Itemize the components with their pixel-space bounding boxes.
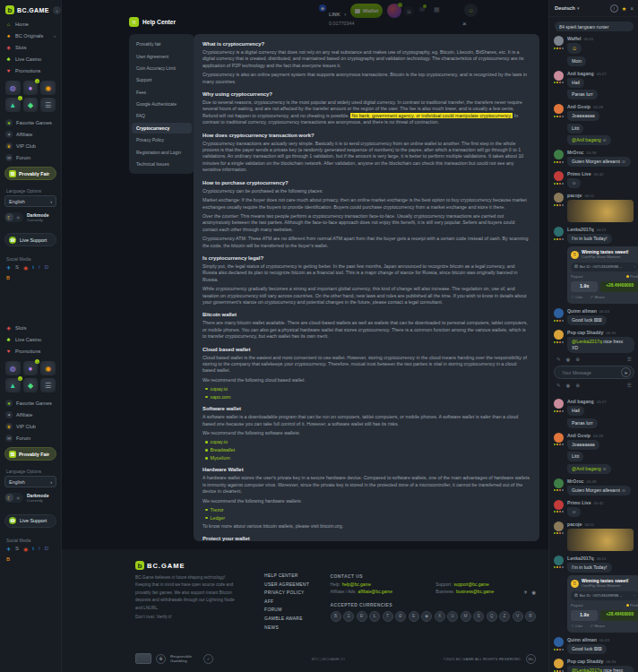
game-coin-icon[interactable]: ◉ bbox=[40, 81, 56, 95]
twitter-icon[interactable]: t bbox=[32, 546, 34, 552]
footer-link[interactable]: HELP CENTER bbox=[264, 573, 319, 578]
sidebar-nav-item[interactable]: ★ Favorite Games bbox=[0, 397, 61, 409]
avatar[interactable] bbox=[554, 637, 564, 647]
chat-username[interactable]: Pop cap Shaddy bbox=[567, 659, 603, 664]
chat-menu-icon[interactable]: ☰ bbox=[627, 383, 632, 388]
footer-link[interactable]: FORUM bbox=[264, 607, 319, 612]
sidebar-nav-item[interactable]: ♠ BC Originals › bbox=[0, 30, 61, 41]
sidebar-nav-item[interactable]: ⌂ Home bbox=[0, 18, 61, 30]
language-select[interactable]: English › bbox=[4, 476, 56, 487]
help-menu-item[interactable]: User Agreement bbox=[132, 50, 192, 61]
contact-email[interactable]: support@bc.game bbox=[453, 582, 488, 587]
social-icon[interactable]: ◉ bbox=[531, 590, 536, 595]
close-icon[interactable]: × bbox=[462, 20, 467, 28]
sidebar-nav-item[interactable]: ♥ Promotions bbox=[0, 65, 61, 76]
attach-icon[interactable]: ⊕ bbox=[575, 383, 580, 388]
language-select[interactable]: English › bbox=[4, 195, 56, 207]
article-link-item[interactable]: Mycelium bbox=[205, 455, 530, 461]
help-menu-item[interactable]: Fees bbox=[132, 87, 192, 98]
sidebar-nav-item[interactable]: ♛ VIP Club bbox=[0, 140, 61, 151]
chat-username[interactable]: Anil bagang bbox=[567, 71, 594, 76]
chat-image-attachment[interactable] bbox=[567, 200, 634, 222]
chat-username[interactable]: Waffel bbox=[567, 36, 581, 41]
contact-email[interactable]: affiliate@bc.game bbox=[358, 590, 392, 594]
sidebar-nav-item[interactable]: ◈ Slots bbox=[0, 322, 61, 333]
send-icon[interactable]: ➤ bbox=[621, 367, 631, 377]
article-link-item[interactable]: Ledger bbox=[205, 515, 530, 521]
sidebar-collapse-button[interactable]: ‹ bbox=[53, 6, 61, 14]
wallet-link[interactable]: copay.io bbox=[211, 386, 228, 392]
game-spiral-icon[interactable]: ◍ bbox=[5, 361, 21, 375]
sidebar-nav-item[interactable]: ♥ Promotions bbox=[0, 345, 61, 357]
sidebar-item-provably-fair[interactable]: ⚄ Provably Fair bbox=[4, 447, 56, 461]
avatar[interactable] bbox=[554, 104, 564, 114]
chat-username[interactable]: Quinn allman bbox=[567, 308, 597, 314]
trophy-icon[interactable]: ★ bbox=[622, 5, 626, 12]
avatar[interactable] bbox=[554, 330, 564, 340]
telegram-icon[interactable]: ✈ bbox=[6, 264, 11, 271]
avatar[interactable] bbox=[554, 399, 564, 409]
user-mention[interactable]: @Lenka2017q bbox=[572, 668, 602, 672]
sidebar-nav-item[interactable]: ✦ Affiliate bbox=[0, 128, 61, 140]
help-menu-item[interactable]: Cryptocurrency bbox=[132, 123, 192, 134]
chat-username[interactable]: Lenka2017q bbox=[567, 227, 594, 232]
avatar[interactable] bbox=[554, 521, 564, 531]
discord-icon[interactable]: D bbox=[45, 264, 48, 271]
rules-icon[interactable]: ✎ bbox=[556, 357, 561, 362]
game-balls-icon[interactable]: ● + bbox=[23, 361, 39, 375]
footer-link[interactable]: GAMBLE AWARE bbox=[264, 616, 319, 621]
steam-icon[interactable]: ◉ bbox=[23, 264, 28, 271]
chat-image-attachment[interactable] bbox=[567, 529, 634, 551]
article-link-item[interactable]: Breadwallet bbox=[205, 447, 530, 452]
sidebar-nav-item[interactable]: ♣ Live Casino bbox=[0, 53, 61, 65]
sidebar-nav-item[interactable]: ✉ Forum bbox=[0, 432, 61, 444]
user-mention[interactable]: @Lenka2017q bbox=[572, 339, 602, 344]
chat-username[interactable]: Lenka2017q bbox=[567, 556, 594, 561]
help-menu-item[interactable]: Registration and Login bbox=[132, 146, 192, 157]
footer-link[interactable]: USER AGREEMENT bbox=[264, 582, 319, 587]
like-button[interactable]: ♡ Like bbox=[571, 624, 582, 629]
avatar[interactable] bbox=[554, 150, 564, 159]
help-menu-item[interactable]: FAQ bbox=[132, 110, 192, 121]
bitcointalk-icon[interactable]: B bbox=[6, 275, 10, 280]
win-share-card[interactable]: B Winning tastes sweet! CoinFlip Show Mo… bbox=[567, 575, 638, 633]
wallet-link[interactable]: Breadwallet bbox=[211, 447, 236, 452]
darkmode-toggle[interactable]: ☾ ☀ Darkmode Currently bbox=[4, 493, 56, 503]
footer-link[interactable]: PRIVACY POLICY bbox=[264, 590, 319, 595]
steam-icon[interactable]: ◉ bbox=[23, 546, 28, 552]
sidebar-item-provably-fair[interactable]: ⚄ Provably Fair bbox=[4, 167, 56, 180]
chat-username[interactable]: pacoje bbox=[567, 521, 582, 527]
bet-id-chip[interactable]: ⚄ Bet ID: #6753303993B… › bbox=[571, 263, 638, 271]
telegram-icon[interactable]: ✈ bbox=[6, 546, 11, 552]
game-spiral-icon[interactable]: ◍ bbox=[5, 81, 21, 95]
game-more-icon[interactable]: ☰ bbox=[40, 98, 56, 112]
like-button[interactable]: ♡ Like bbox=[571, 295, 582, 300]
tip-coin-icon[interactable]: ◉ bbox=[566, 383, 571, 388]
chat-username[interactable]: MrOroc bbox=[567, 150, 583, 155]
wallet-link[interactable]: Ledger bbox=[211, 515, 226, 521]
article-link-item[interactable]: Trezor bbox=[205, 507, 530, 513]
chat-close-icon[interactable]: × bbox=[630, 5, 634, 12]
twitter-icon[interactable]: t bbox=[32, 264, 34, 271]
tip-coin-icon[interactable]: ◉ bbox=[566, 357, 571, 362]
social-icon[interactable]: ✈ bbox=[524, 590, 529, 595]
share-button[interactable]: ↗ Share bbox=[590, 624, 605, 629]
avatar[interactable] bbox=[554, 36, 564, 46]
info-icon[interactable]: i bbox=[610, 4, 618, 13]
wallet-link[interactable]: copay.io bbox=[211, 439, 228, 444]
facebook-icon[interactable]: f bbox=[39, 264, 40, 271]
chat-username[interactable]: Quinn allman bbox=[567, 637, 597, 642]
article-link-item[interactable]: xapo.com bbox=[205, 394, 530, 400]
sidebar-nav-item[interactable]: ♣ Live Casino bbox=[0, 333, 61, 345]
game-gem-icon[interactable]: ◆ bbox=[23, 378, 39, 392]
article-link-item[interactable]: copay.io bbox=[205, 439, 530, 444]
sidebar-nav-item[interactable]: ★ Favorite Games bbox=[0, 116, 61, 128]
chat-username[interactable]: Anil Gosip bbox=[567, 104, 591, 109]
sidebar-nav-item[interactable]: ✦ Affiliate bbox=[0, 409, 61, 420]
live-support-button[interactable]: ☎ Live Support bbox=[4, 514, 56, 528]
footer-brand-logo[interactable]: b BC.GAME bbox=[135, 561, 254, 570]
avatar[interactable] bbox=[554, 500, 564, 510]
share-button[interactable]: ↗ Share bbox=[590, 295, 605, 300]
game-coin-icon[interactable]: ◉ bbox=[40, 361, 56, 375]
rules-icon[interactable]: ✎ bbox=[556, 383, 561, 388]
